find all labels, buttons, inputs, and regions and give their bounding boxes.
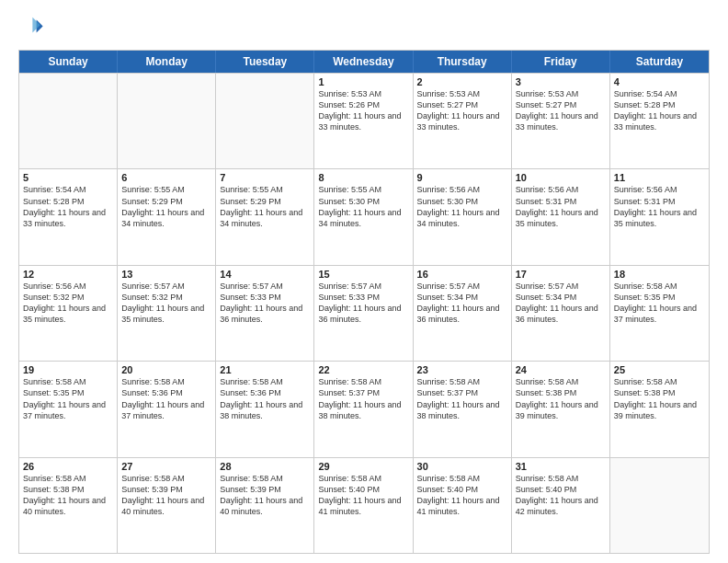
day-cell-19: 19Sunrise: 5:58 AM Sunset: 5:35 PM Dayli… (19, 362, 118, 456)
empty-cell (610, 458, 709, 553)
calendar-row-1: 1Sunrise: 5:53 AM Sunset: 5:26 PM Daylig… (19, 73, 709, 168)
day-cell-16: 16Sunrise: 5:57 AM Sunset: 5:34 PM Dayli… (414, 266, 512, 361)
cell-sun-info: Sunrise: 5:58 AM Sunset: 5:38 PM Dayligh… (614, 376, 705, 421)
cell-sun-info: Sunrise: 5:57 AM Sunset: 5:34 PM Dayligh… (516, 281, 606, 326)
day-number: 15 (318, 269, 408, 280)
day-number: 21 (220, 364, 310, 375)
calendar-body: 1Sunrise: 5:53 AM Sunset: 5:26 PM Daylig… (19, 73, 709, 553)
cell-sun-info: Sunrise: 5:58 AM Sunset: 5:37 PM Dayligh… (318, 376, 408, 421)
cell-sun-info: Sunrise: 5:56 AM Sunset: 5:30 PM Dayligh… (417, 184, 507, 229)
day-cell-6: 6Sunrise: 5:55 AM Sunset: 5:29 PM Daylig… (118, 169, 216, 264)
day-number: 20 (121, 364, 211, 375)
cell-sun-info: Sunrise: 5:57 AM Sunset: 5:33 PM Dayligh… (318, 281, 408, 326)
day-cell-23: 23Sunrise: 5:58 AM Sunset: 5:37 PM Dayli… (414, 362, 512, 456)
cell-sun-info: Sunrise: 5:54 AM Sunset: 5:28 PM Dayligh… (23, 184, 113, 229)
calendar-header: SundayMondayTuesdayWednesdayThursdayFrid… (19, 51, 709, 73)
cell-sun-info: Sunrise: 5:58 AM Sunset: 5:37 PM Dayligh… (417, 376, 507, 421)
day-number: 8 (318, 172, 408, 183)
day-number: 24 (516, 364, 606, 375)
day-number: 9 (417, 172, 507, 183)
day-cell-30: 30Sunrise: 5:58 AM Sunset: 5:40 PM Dayli… (414, 458, 512, 553)
calendar: SundayMondayTuesdayWednesdayThursdayFrid… (18, 50, 710, 554)
day-number: 3 (516, 76, 606, 87)
cell-sun-info: Sunrise: 5:58 AM Sunset: 5:38 PM Dayligh… (516, 376, 606, 421)
calendar-row-3: 12Sunrise: 5:56 AM Sunset: 5:32 PM Dayli… (19, 265, 709, 361)
day-cell-28: 28Sunrise: 5:58 AM Sunset: 5:39 PM Dayli… (216, 458, 314, 553)
cell-sun-info: Sunrise: 5:58 AM Sunset: 5:36 PM Dayligh… (121, 376, 211, 421)
day-number: 1 (318, 76, 408, 87)
day-cell-4: 4Sunrise: 5:54 AM Sunset: 5:28 PM Daylig… (610, 74, 709, 168)
cell-sun-info: Sunrise: 5:53 AM Sunset: 5:27 PM Dayligh… (417, 88, 507, 133)
calendar-row-4: 19Sunrise: 5:58 AM Sunset: 5:35 PM Dayli… (19, 361, 709, 456)
weekday-header-monday: Monday (118, 51, 216, 73)
header (18, 15, 710, 40)
day-cell-11: 11Sunrise: 5:56 AM Sunset: 5:31 PM Dayli… (610, 169, 709, 264)
weekday-header-saturday: Saturday (610, 51, 709, 73)
cell-sun-info: Sunrise: 5:58 AM Sunset: 5:40 PM Dayligh… (318, 473, 408, 518)
cell-sun-info: Sunrise: 5:54 AM Sunset: 5:28 PM Dayligh… (614, 88, 705, 133)
cell-sun-info: Sunrise: 5:58 AM Sunset: 5:40 PM Dayligh… (417, 473, 507, 518)
day-cell-29: 29Sunrise: 5:58 AM Sunset: 5:40 PM Dayli… (314, 458, 413, 553)
day-cell-10: 10Sunrise: 5:56 AM Sunset: 5:31 PM Dayli… (512, 169, 610, 264)
cell-sun-info: Sunrise: 5:55 AM Sunset: 5:29 PM Dayligh… (121, 184, 211, 229)
cell-sun-info: Sunrise: 5:53 AM Sunset: 5:27 PM Dayligh… (516, 88, 606, 133)
svg-marker-1 (32, 17, 40, 33)
cell-sun-info: Sunrise: 5:57 AM Sunset: 5:34 PM Dayligh… (417, 281, 507, 326)
day-cell-27: 27Sunrise: 5:58 AM Sunset: 5:39 PM Dayli… (118, 458, 216, 553)
cell-sun-info: Sunrise: 5:58 AM Sunset: 5:36 PM Dayligh… (220, 376, 310, 421)
cell-sun-info: Sunrise: 5:58 AM Sunset: 5:40 PM Dayligh… (516, 473, 606, 518)
cell-sun-info: Sunrise: 5:58 AM Sunset: 5:38 PM Dayligh… (23, 473, 113, 518)
day-number: 29 (318, 461, 408, 472)
day-cell-20: 20Sunrise: 5:58 AM Sunset: 5:36 PM Dayli… (118, 362, 216, 456)
day-cell-13: 13Sunrise: 5:57 AM Sunset: 5:32 PM Dayli… (118, 266, 216, 361)
day-number: 11 (614, 172, 705, 183)
day-number: 7 (220, 172, 310, 183)
cell-sun-info: Sunrise: 5:56 AM Sunset: 5:32 PM Dayligh… (23, 281, 113, 326)
cell-sun-info: Sunrise: 5:56 AM Sunset: 5:31 PM Dayligh… (614, 184, 705, 229)
day-number: 4 (614, 76, 705, 87)
day-cell-26: 26Sunrise: 5:58 AM Sunset: 5:38 PM Dayli… (19, 458, 118, 553)
cell-sun-info: Sunrise: 5:53 AM Sunset: 5:26 PM Dayligh… (318, 88, 408, 133)
day-number: 13 (121, 269, 211, 280)
weekday-header-sunday: Sunday (19, 51, 118, 73)
day-cell-21: 21Sunrise: 5:58 AM Sunset: 5:36 PM Dayli… (216, 362, 314, 456)
day-number: 12 (23, 269, 113, 280)
day-number: 25 (614, 364, 705, 375)
day-cell-31: 31Sunrise: 5:58 AM Sunset: 5:40 PM Dayli… (512, 458, 610, 553)
day-number: 14 (220, 269, 310, 280)
empty-cell (118, 74, 216, 168)
day-cell-25: 25Sunrise: 5:58 AM Sunset: 5:38 PM Dayli… (610, 362, 709, 456)
weekday-header-tuesday: Tuesday (216, 51, 314, 73)
day-cell-5: 5Sunrise: 5:54 AM Sunset: 5:28 PM Daylig… (19, 169, 118, 264)
day-number: 28 (220, 461, 310, 472)
cell-sun-info: Sunrise: 5:57 AM Sunset: 5:32 PM Dayligh… (121, 281, 211, 326)
cell-sun-info: Sunrise: 5:55 AM Sunset: 5:30 PM Dayligh… (318, 184, 408, 229)
day-cell-9: 9Sunrise: 5:56 AM Sunset: 5:30 PM Daylig… (414, 169, 512, 264)
cell-sun-info: Sunrise: 5:56 AM Sunset: 5:31 PM Dayligh… (516, 184, 606, 229)
day-number: 30 (417, 461, 507, 472)
day-number: 18 (614, 269, 705, 280)
empty-cell (19, 74, 118, 168)
calendar-row-2: 5Sunrise: 5:54 AM Sunset: 5:28 PM Daylig… (19, 168, 709, 264)
cell-sun-info: Sunrise: 5:55 AM Sunset: 5:29 PM Dayligh… (220, 184, 310, 229)
day-cell-17: 17Sunrise: 5:57 AM Sunset: 5:34 PM Dayli… (512, 266, 610, 361)
logo-icon (18, 15, 44, 40)
day-number: 27 (121, 461, 211, 472)
day-cell-12: 12Sunrise: 5:56 AM Sunset: 5:32 PM Dayli… (19, 266, 118, 361)
calendar-row-5: 26Sunrise: 5:58 AM Sunset: 5:38 PM Dayli… (19, 457, 709, 553)
day-cell-18: 18Sunrise: 5:58 AM Sunset: 5:35 PM Dayli… (610, 266, 709, 361)
logo (18, 15, 48, 40)
cell-sun-info: Sunrise: 5:58 AM Sunset: 5:35 PM Dayligh… (614, 281, 705, 326)
day-number: 23 (417, 364, 507, 375)
day-number: 31 (516, 461, 606, 472)
day-cell-24: 24Sunrise: 5:58 AM Sunset: 5:38 PM Dayli… (512, 362, 610, 456)
page: SundayMondayTuesdayWednesdayThursdayFrid… (0, 0, 728, 563)
day-number: 22 (318, 364, 408, 375)
day-number: 17 (516, 269, 606, 280)
weekday-header-wednesday: Wednesday (314, 51, 413, 73)
day-cell-22: 22Sunrise: 5:58 AM Sunset: 5:37 PM Dayli… (314, 362, 413, 456)
cell-sun-info: Sunrise: 5:57 AM Sunset: 5:33 PM Dayligh… (220, 281, 310, 326)
day-cell-3: 3Sunrise: 5:53 AM Sunset: 5:27 PM Daylig… (512, 74, 610, 168)
day-number: 10 (516, 172, 606, 183)
day-number: 19 (23, 364, 113, 375)
